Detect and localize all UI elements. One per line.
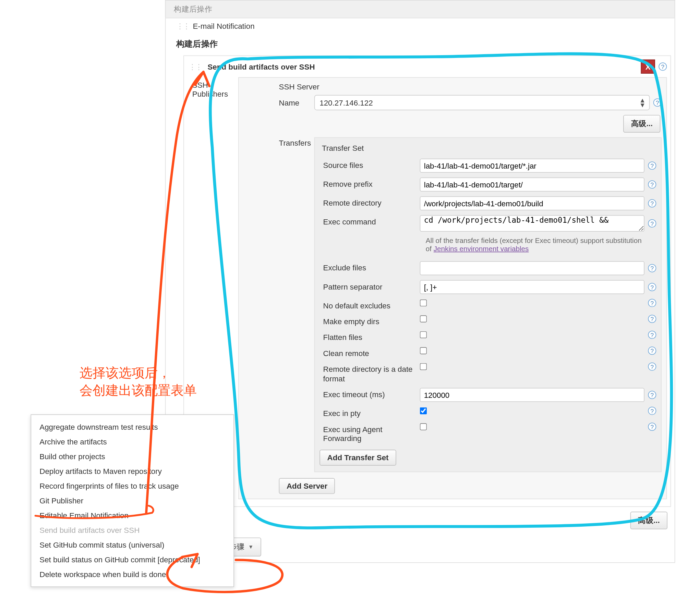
help-icon[interactable]: ? (648, 423, 656, 431)
pattern-separator-label: Pattern separator (319, 280, 420, 291)
menu-item[interactable]: Delete workspace when build is done (31, 567, 233, 582)
ssh-block-title: Send build artifacts over SSH (205, 62, 641, 71)
transfer-set-title: Transfer Set (318, 142, 657, 156)
transfer-set-panel: Transfer Set Source files ? (314, 137, 662, 472)
menu-item[interactable]: Aggregate downstream test results (31, 420, 233, 435)
source-files-label: Source files (319, 159, 420, 170)
ssh-publishers-label: SSH Publishers (192, 81, 228, 99)
make-empty-dirs-checkbox[interactable] (420, 315, 427, 322)
tab-strip: 构建后操作 (165, 0, 675, 18)
add-transfer-set-button[interactable]: Add Transfer Set (319, 450, 396, 466)
help-icon[interactable]: ? (648, 264, 656, 272)
menu-item[interactable]: Deploy artifacts to Maven repository (31, 464, 233, 479)
help-icon[interactable]: ? (648, 346, 656, 355)
exec-timeout-label: Exec timeout (ms) (319, 388, 420, 399)
flatten-files-checkbox[interactable] (420, 331, 427, 339)
remove-prefix-label: Remove prefix (319, 178, 420, 189)
remote-dir-date-checkbox[interactable] (420, 363, 427, 370)
exec-timeout-input[interactable] (420, 388, 644, 402)
remote-dir-label: Remote directory (319, 196, 420, 208)
ssh-server-heading: SSH Server (279, 83, 662, 91)
help-icon[interactable]: ? (648, 331, 656, 339)
content-area: ⋮⋮ E-mail Notification 构建后操作 ⋮⋮ Send bui… (165, 18, 675, 563)
no-default-excludes-label: No default excludes (319, 299, 420, 310)
prev-step-email[interactable]: ⋮⋮ E-mail Notification (166, 18, 674, 34)
menu-item[interactable]: Build other projects (31, 449, 233, 464)
drag-handle-icon: ⋮⋮ (176, 22, 189, 31)
name-label: Name (279, 98, 314, 107)
help-icon[interactable]: ? (648, 363, 656, 371)
ssh-publisher-panel: SSH Server Name 120.27.146.122 ▲▼ ? 高 (238, 77, 667, 499)
server-advanced-button[interactable]: 高级... (623, 115, 660, 133)
help-icon[interactable]: ? (653, 98, 662, 107)
remove-prefix-input[interactable] (420, 178, 644, 192)
help-icon[interactable]: ? (648, 219, 656, 228)
help-icon[interactable]: ? (648, 391, 656, 399)
add-step-popup: Aggregate downstream test resultsArchive… (31, 414, 234, 587)
exec-hint: All of the transfer fields (except for E… (318, 234, 657, 259)
pattern-separator-input[interactable] (420, 280, 644, 294)
email-notification-label: E-mail Notification (193, 22, 254, 31)
help-icon[interactable]: ? (648, 299, 656, 307)
help-icon[interactable]: ? (648, 199, 656, 207)
menu-item[interactable]: Set build status on GitHub commit [depre… (31, 552, 233, 567)
block-advanced-button[interactable]: 高级... (630, 512, 667, 529)
annotation-text-1: 选择该选项后， (80, 366, 171, 380)
source-files-input[interactable] (420, 159, 644, 173)
caret-down-icon: ▼ (248, 544, 253, 550)
menu-item[interactable]: Record fingerprints of files to track us… (31, 479, 233, 493)
clean-remote-label: Clean remote (319, 346, 420, 358)
exec-in-pty-label: Exec in pty (319, 407, 420, 418)
exec-command-input[interactable]: cd /work/projects/lab-41-demo01/shell && (420, 215, 644, 232)
ssh-server-value: 120.27.146.122 (319, 98, 373, 107)
env-vars-link[interactable]: Jenkins environment variables (434, 245, 529, 253)
no-default-excludes-checkbox[interactable] (420, 300, 427, 307)
menu-item[interactable]: Set GitHub commit status (universal) (31, 538, 233, 552)
help-icon[interactable]: ? (648, 180, 656, 188)
tab-post-build[interactable]: 构建后操作 (166, 4, 220, 14)
menu-item: Send build artifacts over SSH (31, 523, 233, 538)
main-panel: 构建后操作 ⋮⋮ E-mail Notification 构建后操作 ⋮⋮ Se… (165, 0, 675, 599)
clean-remote-checkbox[interactable] (420, 347, 427, 354)
ssh-publish-block: ⋮⋮ Send build artifacts over SSH X ? SSH… (183, 56, 671, 507)
exclude-files-label: Exclude files (319, 261, 420, 272)
ssh-server-select[interactable]: 120.27.146.122 ▲▼ (314, 95, 650, 110)
agent-forwarding-label: Exec using Agent Forwarding (319, 423, 420, 443)
add-server-button[interactable]: Add Server (279, 478, 335, 494)
help-icon[interactable]: ? (648, 161, 656, 170)
drag-handle-icon[interactable]: ⋮⋮ (189, 62, 202, 71)
section-title: 构建后操作 (166, 34, 674, 56)
agent-forwarding-checkbox[interactable] (420, 423, 427, 430)
transfers-label: Transfers (279, 137, 314, 472)
menu-item[interactable]: Archive the artifacts (31, 435, 233, 449)
make-empty-dirs-label: Make empty dirs (319, 315, 420, 326)
help-icon[interactable]: ? (648, 283, 656, 291)
exec-command-label: Exec command (319, 215, 420, 227)
flatten-files-label: Flatten files (319, 331, 420, 342)
menu-item[interactable]: Git Publisher (31, 493, 233, 508)
exclude-files-input[interactable] (420, 261, 644, 275)
help-icon[interactable]: ? (648, 407, 656, 415)
delete-step-button[interactable]: X (641, 60, 655, 74)
menu-item[interactable]: Editable Email Notification (31, 508, 233, 523)
exec-in-pty-checkbox[interactable] (420, 407, 427, 415)
remote-dir-date-label: Remote directory is a date format (319, 363, 420, 383)
help-icon[interactable]: ? (648, 315, 656, 323)
select-caret-icon: ▲▼ (639, 98, 646, 108)
help-icon[interactable]: ? (659, 62, 667, 71)
remote-dir-input[interactable] (420, 196, 644, 210)
